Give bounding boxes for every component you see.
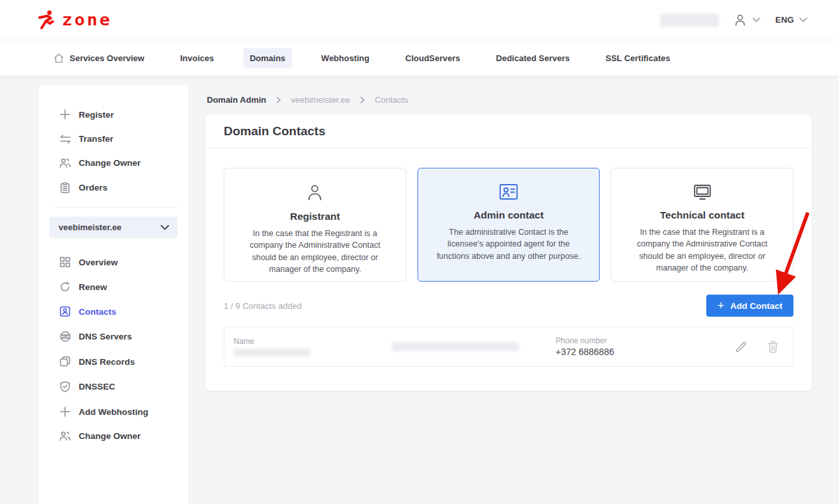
card-admin-contact[interactable]: Admin contact The administrative Contact… — [418, 168, 600, 282]
breadcrumb-domain[interactable]: veebimeister.ee — [291, 95, 350, 105]
main-content: Domain Admin veebimeister.ee Contacts Do… — [206, 85, 812, 391]
nav-label: SSL Certificates — [606, 53, 670, 63]
breadcrumb-contacts: Contacts — [375, 95, 408, 105]
language-label: ENG — [775, 15, 794, 25]
sidebar-item-contacts[interactable]: Contacts — [39, 299, 189, 324]
zone-logo[interactable]: zone — [37, 10, 112, 31]
sidebar-item-label: DNSSEC — [79, 382, 115, 391]
nav-invoices[interactable]: Invoices — [174, 48, 220, 68]
selected-domain: veebimeister.ee — [59, 222, 122, 232]
monitor-icon — [692, 183, 713, 201]
sidebar-item-change-owner-domain[interactable]: Change Owner — [39, 424, 189, 448]
sidebar-item-label: DNS Servers — [79, 332, 132, 341]
sidebar-item-label: Transfer — [79, 134, 113, 144]
delete-contact-button[interactable] — [767, 341, 779, 353]
contact-phone-field: Phone number +372 6886886 — [555, 336, 735, 357]
nav-label: Dedicated Servers — [496, 53, 570, 63]
nav-label: Webhosting — [321, 53, 369, 63]
sidebar-item-label: Orders — [79, 183, 107, 192]
transfer-arrows-icon — [60, 135, 71, 144]
sidebar-item-label: Renew — [79, 282, 107, 292]
sidebar-item-dns-records[interactable]: DNS Records — [39, 349, 189, 374]
contact-badge-icon — [60, 306, 70, 317]
plus-icon — [60, 109, 70, 120]
contact-email-redacted — [392, 342, 519, 351]
card-technical-contact[interactable]: Technical contact In the case that the R… — [611, 168, 793, 282]
person-icon — [305, 183, 325, 202]
sidebar-item-overview[interactable]: Overview — [39, 250, 189, 274]
nav-ssl-certificates[interactable]: SSL Certificates — [599, 48, 676, 68]
nav-domains[interactable]: Domains — [243, 48, 292, 68]
contact-name-field: Name — [233, 337, 392, 356]
breadcrumb-domain-admin[interactable]: Domain Admin — [207, 95, 266, 105]
sidebar-item-label: DNS Records — [79, 357, 135, 367]
sidebar-item-renew[interactable]: Renew — [39, 274, 189, 299]
phone-label: Phone number — [555, 336, 735, 345]
sidebar-item-dns-servers[interactable]: DNS DNS Servers — [39, 324, 189, 349]
sidebar-item-label: Register — [79, 110, 114, 120]
people-icon — [59, 431, 71, 441]
contacts-count-row: 1 / 9 Contacts added + Add Contact — [206, 282, 812, 317]
nav-label: CloudServers — [405, 53, 460, 63]
card-registrant[interactable]: Registrant In the case that the Registra… — [224, 168, 406, 282]
copies-icon — [60, 356, 70, 367]
card-description: In the case that the Registrant is a com… — [237, 228, 393, 275]
people-icon — [59, 158, 71, 168]
grid-icon — [60, 257, 70, 267]
nav-label: Domains — [250, 53, 286, 63]
chevron-down-icon — [799, 17, 808, 23]
user-name-redacted — [660, 14, 719, 27]
contact-row: Name Phone number +372 6886886 — [224, 326, 793, 367]
sidebar-item-register[interactable]: Register — [39, 102, 189, 127]
edit-contact-button[interactable] — [735, 341, 747, 353]
sidebar-item-label: Change Owner — [79, 158, 140, 168]
sidebar-item-change-owner[interactable]: Change Owner — [39, 151, 189, 175]
brand-name: zone — [62, 10, 112, 29]
plus-icon: + — [717, 299, 725, 312]
plus-icon — [60, 406, 70, 417]
nav-dedicated-servers[interactable]: Dedicated Servers — [490, 48, 576, 68]
sidebar-item-orders[interactable]: Orders — [39, 175, 189, 200]
add-contact-button[interactable]: + Add Contact — [706, 295, 793, 317]
sidebar-item-label: Overview — [79, 258, 118, 267]
card-title: Admin contact — [431, 209, 587, 221]
nav-label: Invoices — [180, 53, 214, 63]
nav-webhosting[interactable]: Webhosting — [315, 48, 376, 68]
main-nav: Services Overview Invoices Domains Webho… — [0, 40, 839, 75]
breadcrumb: Domain Admin veebimeister.ee Contacts — [207, 95, 812, 105]
sidebar-item-dnssec[interactable]: DNSSEC — [39, 374, 189, 399]
sidebar: Register Transfer Change Owner Orders ve… — [39, 85, 189, 504]
trash-icon — [767, 341, 779, 353]
dns-globe-icon: DNS — [60, 331, 71, 342]
sidebar-item-add-webhosting[interactable]: Add Webhosting — [39, 399, 189, 424]
sidebar-item-label: Add Webhosting — [79, 407, 148, 417]
contact-name-redacted — [233, 349, 310, 356]
card-description: In the case that the Registrant is a com… — [624, 226, 780, 274]
svg-text:DNS: DNS — [62, 335, 68, 338]
nav-services-overview[interactable]: Services Overview — [47, 47, 151, 69]
domain-selector[interactable]: veebimeister.ee — [49, 217, 178, 238]
card-description: The administrative Contact is the licens… — [431, 226, 587, 262]
sidebar-item-transfer[interactable]: Transfer — [39, 127, 189, 151]
contact-type-cards: Registrant In the case that the Registra… — [206, 148, 812, 282]
user-menu[interactable] — [733, 13, 761, 27]
nav-cloudservers[interactable]: CloudServers — [399, 48, 467, 68]
sidebar-item-label: Change Owner — [79, 431, 140, 441]
home-icon — [53, 53, 64, 64]
user-icon — [733, 13, 747, 27]
contacts-count: 1 / 9 Contacts added — [224, 301, 302, 311]
chevron-down-icon — [752, 17, 761, 23]
nav-label: Services Overview — [70, 53, 144, 63]
panel-header: Domain Contacts — [206, 115, 812, 148]
chevron-right-icon — [359, 96, 366, 104]
shield-check-icon — [60, 381, 70, 392]
sidebar-item-label: Contacts — [79, 307, 116, 317]
language-selector[interactable]: ENG — [775, 15, 808, 25]
pencil-icon — [735, 341, 747, 353]
add-contact-label: Add Contact — [730, 301, 782, 311]
renew-icon — [60, 282, 70, 292]
name-label: Name — [233, 337, 392, 346]
clipboard-icon — [60, 182, 70, 193]
card-title: Registrant — [237, 211, 393, 222]
divider — [55, 207, 178, 207]
